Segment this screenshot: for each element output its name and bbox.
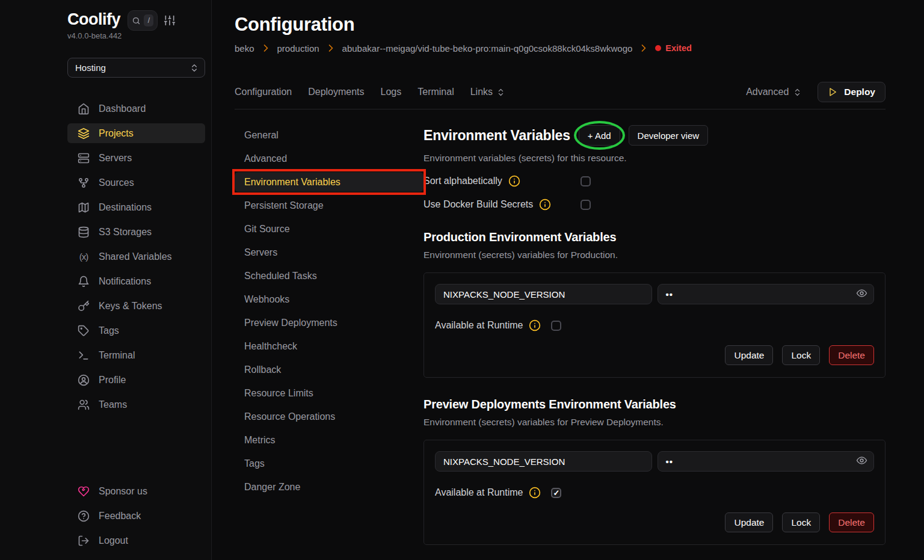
status-label: Exited [665,43,692,54]
available-at-runtime-label: Available at Runtime [435,487,523,498]
config-subnav: General Advanced Environment Variables P… [235,125,424,560]
page-title: Configuration [235,13,886,36]
sidebar-item-dashboard[interactable]: Dashboard [67,99,205,118]
subnav-item-git-source[interactable]: Git Source [235,219,424,239]
eye-icon [856,288,867,299]
reveal-value-button[interactable] [856,288,867,301]
variable-actions: Update Lock Delete [435,345,874,365]
available-at-runtime-checkbox[interactable] [551,321,561,331]
eye-icon [856,455,867,466]
variable-value-field[interactable]: •• [658,284,875,304]
sidebar-item-projects[interactable]: Projects [67,123,205,143]
variable-value-field[interactable]: •• [658,451,875,472]
sidebar-item-profile[interactable]: Profile [67,370,205,390]
sidebar-item-destinations[interactable]: Destinations [67,197,205,217]
sidebar-item-label: Profile [99,375,126,386]
subnav-item-healthcheck[interactable]: Healthcheck [235,336,424,356]
env-header: Environment Variables + Add Developer vi… [424,125,886,146]
sidebar-item-label: Teams [99,399,127,410]
subnav-item-resource-limits[interactable]: Resource Limits [235,383,424,403]
subnav-item-scheduled-tasks[interactable]: Scheduled Tasks [235,266,424,286]
tab-terminal[interactable]: Terminal [417,87,454,97]
subnav-item-servers[interactable]: Servers [235,242,424,262]
slash-shortcut-key: / [144,14,153,26]
update-button[interactable]: Update [725,345,773,365]
chevrons-up-down-icon [496,88,505,97]
app-logo: Coolify [67,10,122,29]
lock-button[interactable]: Lock [782,512,820,532]
sidebar-item-tags[interactable]: Tags [67,321,205,340]
tab-configuration[interactable]: Configuration [235,87,292,97]
deploy-button[interactable]: Deploy [818,82,886,102]
sidebar-item-sponsor-us[interactable]: Sponsor us [67,481,205,501]
tab-logs[interactable]: Logs [381,87,402,97]
sidebar-item-s3-storages[interactable]: S3 Storages [67,222,205,242]
sidebar-item-keys-tokens[interactable]: Keys & Tokens [67,296,205,316]
variable-actions: Update Lock Delete [435,512,874,532]
reveal-value-button[interactable] [856,455,867,468]
sidebar-item-feedback[interactable]: Feedback [67,506,205,526]
advanced-menu[interactable]: Advanced [746,87,802,97]
sidebar-item-label: Feedback [99,511,141,522]
subnav-item-environment-variables[interactable]: Environment Variables [235,172,424,192]
subnav-item-rollback[interactable]: Rollback [235,360,424,380]
sidebar-item-shared-variables[interactable]: (x) Shared Variables [67,247,205,266]
developer-view-button[interactable]: Developer view [629,125,709,146]
bell-icon [78,275,90,288]
subnav-item-advanced[interactable]: Advanced [235,149,424,168]
search-button[interactable]: / [128,10,158,31]
breadcrumb-environment[interactable]: production [277,43,319,54]
available-at-runtime-checkbox[interactable] [551,488,561,498]
breadcrumb-project[interactable]: beko [235,43,254,54]
breadcrumb-resource[interactable]: abubakar--meigag/vid-tube-beko-pro:main-… [342,43,633,54]
info-icon [529,319,541,331]
chevrons-up-down-icon [793,88,802,97]
team-select-value: Hosting [75,63,106,73]
heart-icon [78,485,90,497]
subnav-item-general[interactable]: General [235,125,424,145]
tabs: Configuration Deployments Logs Terminal … [235,87,505,97]
subnav-item-resource-operations[interactable]: Resource Operations [235,407,424,426]
sidebar-footer: Sponsor us Feedback Logout [67,481,205,550]
variable-name-input[interactable] [435,451,652,472]
sidebar-item-notifications[interactable]: Notifications [67,271,205,291]
tab-links[interactable]: Links [470,87,505,97]
production-section-title: Production Environment Variables [424,230,886,244]
team-select[interactable]: Hosting [67,58,205,78]
sort-alphabetically-checkbox[interactable] [581,176,591,186]
subnav-item-webhooks[interactable]: Webhooks [235,289,424,309]
chevron-right-icon [260,42,272,54]
sidebar-item-label: Terminal [99,350,135,361]
settings-sliders-button[interactable] [164,14,176,28]
add-button-wrap: + Add [579,125,620,146]
delete-button[interactable]: Delete [829,345,874,365]
coolify-app: Coolify v4.0.0-beta.442 / Hosting Dashbo… [0,0,924,560]
sidebar-item-label: Tags [99,325,119,336]
deploy-label: Deploy [844,87,875,97]
breadcrumb: beko production abubakar--meigag/vid-tub… [235,42,886,54]
sidebar-item-sources[interactable]: Sources [67,173,205,192]
subnav-item-danger-zone[interactable]: Danger Zone [235,477,424,497]
lock-button[interactable]: Lock [782,345,820,365]
docker-build-secrets-checkbox[interactable] [581,200,591,210]
variable-name-input[interactable] [435,284,652,304]
sidebar-item-terminal[interactable]: Terminal [67,345,205,365]
delete-button[interactable]: Delete [829,512,874,532]
sidebar-item-logout[interactable]: Logout [67,531,205,550]
sidebar-item-label: S3 Storages [99,227,152,238]
subnav-item-preview-deployments[interactable]: Preview Deployments [235,313,424,333]
subnav-item-metrics[interactable]: Metrics [235,430,424,450]
subnav-item-label: Environment Variables [244,177,340,188]
tab-links-label: Links [470,87,493,97]
tab-deployments[interactable]: Deployments [308,87,364,97]
subnav-item-tags[interactable]: Tags [235,454,424,473]
sidebar-item-label: Projects [99,128,134,139]
sliders-icon [164,14,176,26]
sidebar-item-teams[interactable]: Teams [67,395,205,414]
subnav-item-persistent-storage[interactable]: Persistent Storage [235,195,424,215]
update-button[interactable]: Update [725,512,773,532]
sidebar-item-servers[interactable]: Servers [67,148,205,168]
add-variable-button[interactable]: + Add [579,125,620,146]
docker-build-secrets-row: Use Docker Build Secrets [424,198,591,211]
sidebar-item-label: Logout [99,535,128,546]
